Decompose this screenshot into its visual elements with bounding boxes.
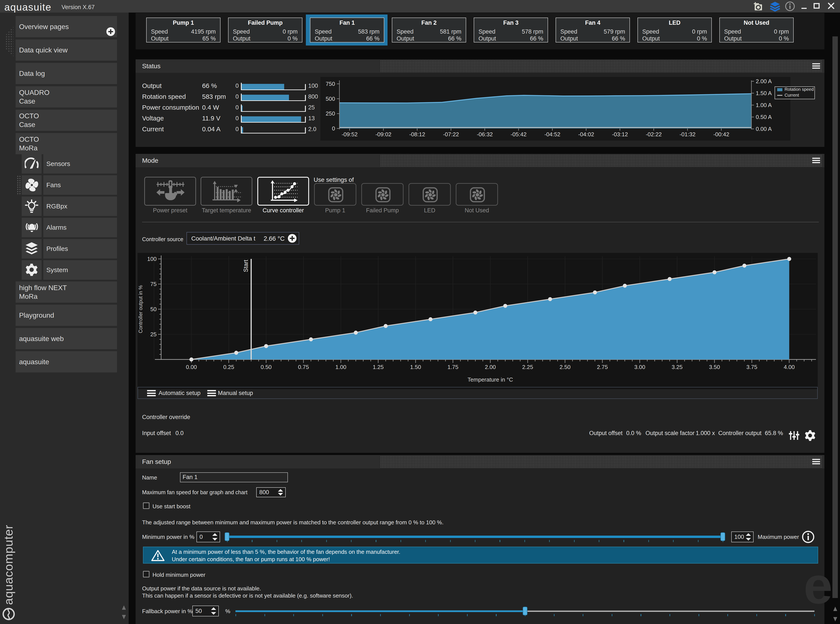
- svg-text:2.50: 2.50: [559, 364, 570, 370]
- svg-text:-03:12: -03:12: [612, 131, 628, 137]
- svg-text:-04:52: -04:52: [544, 131, 560, 137]
- svg-text:Start: Start: [243, 260, 249, 272]
- svg-text:1.75: 1.75: [447, 364, 459, 370]
- svg-text:Temperature in °C: Temperature in °C: [468, 376, 513, 383]
- svg-text:2.00 A: 2.00 A: [756, 78, 772, 85]
- svg-text:-07:22: -07:22: [443, 131, 459, 137]
- svg-text:2.00: 2.00: [485, 364, 496, 370]
- svg-text:-06:32: -06:32: [477, 131, 493, 137]
- svg-text:3.75: 3.75: [746, 364, 757, 370]
- svg-text:-08:12: -08:12: [409, 131, 425, 137]
- svg-text:0.25: 0.25: [223, 364, 234, 370]
- svg-text:3.25: 3.25: [672, 364, 683, 370]
- svg-text:1.00 A: 1.00 A: [756, 102, 772, 108]
- svg-text:500: 500: [326, 96, 335, 102]
- svg-text:1.50 A: 1.50 A: [756, 90, 772, 96]
- svg-text:2.25: 2.25: [522, 364, 533, 370]
- svg-text:-00:42: -00:42: [713, 131, 729, 137]
- svg-text:0: 0: [332, 125, 335, 132]
- svg-text:-04:02: -04:02: [578, 131, 594, 137]
- svg-text:25: 25: [150, 331, 157, 338]
- svg-text:1.25: 1.25: [373, 364, 384, 370]
- svg-text:-09:52: -09:52: [342, 131, 358, 137]
- svg-text:250: 250: [326, 110, 335, 117]
- svg-text:4.00: 4.00: [784, 364, 795, 370]
- svg-text:1.50: 1.50: [410, 364, 421, 370]
- svg-text:0.00 A: 0.00 A: [756, 126, 772, 132]
- svg-text:0.75: 0.75: [298, 364, 309, 370]
- svg-text:0.00: 0.00: [186, 364, 197, 370]
- svg-text:-01:32: -01:32: [680, 131, 695, 137]
- svg-text:75: 75: [150, 281, 157, 287]
- svg-text:Controller output in %: Controller output in %: [138, 285, 143, 333]
- svg-text:0.50 A: 0.50 A: [756, 114, 772, 120]
- svg-text:3.50: 3.50: [709, 364, 720, 370]
- svg-text:50: 50: [150, 306, 157, 312]
- svg-text:0.50: 0.50: [260, 364, 271, 370]
- svg-text:750: 750: [326, 80, 335, 87]
- svg-text:1.00: 1.00: [335, 364, 346, 370]
- svg-text:-05:42: -05:42: [510, 131, 527, 137]
- svg-text:-09:02: -09:02: [375, 131, 391, 137]
- svg-text:2.75: 2.75: [597, 364, 608, 370]
- svg-text:100: 100: [147, 256, 157, 262]
- svg-text:-02:22: -02:22: [646, 131, 662, 137]
- svg-text:3.00: 3.00: [634, 364, 645, 370]
